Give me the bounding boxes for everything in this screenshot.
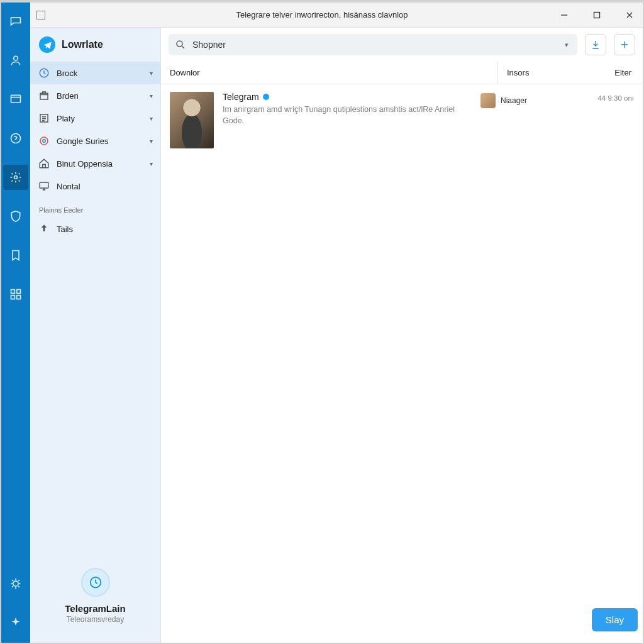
col-insors[interactable]: Insors — [498, 62, 592, 84]
home-icon — [38, 157, 50, 170]
sidebar-header: Lowrlate — [30, 28, 160, 62]
sidebar: Lowrlate Brock▾Brden▾Platy▾Gongle Suries… — [30, 28, 161, 643]
chevron-down-icon: ▾ — [150, 160, 153, 167]
svg-point-3 — [14, 176, 18, 179]
sidebar-item-label: Brden — [57, 91, 79, 101]
svg-rect-11 — [40, 93, 48, 99]
column-headers: Downlor Insors Elter — [161, 62, 643, 84]
svg-rect-5 — [17, 290, 21, 294]
bug-icon[interactable] — [3, 571, 28, 596]
svg-rect-9 — [594, 12, 600, 18]
minimize-button[interactable] — [556, 7, 572, 23]
svg-point-0 — [14, 56, 18, 60]
row-time: 44 9:30 onı — [584, 92, 634, 102]
search-icon — [175, 39, 186, 50]
sidebar-item-label: Binut Oppensia — [57, 159, 113, 169]
sidebar-item-platy[interactable]: Platy▾ — [30, 107, 160, 130]
result-row[interactable]: TelegramIm anirgram amd wriçh Tunagn qut… — [161, 84, 643, 156]
chevron-down-icon: ▾ — [150, 70, 153, 77]
svg-rect-6 — [11, 296, 15, 299]
sidebar-section-label: Plainns Eecler — [30, 197, 160, 218]
svg-point-14 — [43, 140, 46, 143]
sidebar-item-gongle-suries[interactable]: Gongle Suries▾ — [30, 130, 160, 152]
shield-icon[interactable] — [3, 204, 28, 229]
sidebar-item-label: Platy — [57, 114, 75, 123]
svg-rect-1 — [11, 95, 21, 103]
add-button[interactable] — [614, 34, 635, 55]
clock-icon — [38, 67, 50, 79]
chat-icon[interactable] — [3, 9, 28, 34]
svg-point-2 — [11, 134, 21, 143]
content-area: ▾ Downlor Insors Elter TelegramIm anirgr… — [161, 28, 643, 643]
sidebar-title: Lowrlate — [62, 39, 103, 50]
svg-point-13 — [40, 137, 48, 145]
svg-point-17 — [177, 41, 182, 47]
row-title: Telegram — [223, 92, 259, 102]
chevron-down-icon: ▾ — [150, 92, 153, 99]
sidebar-item-brden[interactable]: Brden▾ — [30, 84, 160, 107]
sidebar-item-binut-oppensia[interactable]: Binut Oppensia▾ — [30, 152, 160, 175]
profile-icon[interactable] — [3, 48, 28, 73]
sidebar-item-label: Tails — [57, 225, 73, 234]
sidebar-item-nontal[interactable]: Nontal — [30, 175, 160, 197]
svg-rect-7 — [17, 296, 21, 299]
chevron-down-icon: ▾ — [150, 138, 153, 145]
sidebar-item-tails[interactable]: Tails — [30, 218, 160, 240]
col-etter[interactable]: Elter — [592, 62, 643, 84]
footer-logo-icon — [81, 568, 110, 597]
sidebar-item-label: Brock — [57, 69, 77, 78]
chevron-down-icon[interactable]: ▾ — [562, 41, 571, 49]
google-icon — [38, 135, 50, 147]
titlebar: Telegrare telver inworirecton, hisänass … — [30, 3, 643, 28]
search-input[interactable] — [192, 40, 562, 50]
bookmark-icon[interactable] — [3, 243, 28, 268]
verified-badge-icon — [263, 94, 269, 100]
footer-sub: Teleoramsvreday — [36, 615, 154, 624]
telegram-icon — [39, 36, 55, 53]
sparkle-icon[interactable] — [3, 610, 28, 635]
close-button[interactable] — [621, 7, 638, 23]
thumbnail — [170, 92, 214, 148]
sidebar-item-label: Nontal — [57, 182, 80, 191]
app-menu-icon[interactable] — [36, 11, 45, 19]
search-box[interactable]: ▾ — [169, 34, 577, 55]
help-icon[interactable] — [3, 126, 28, 151]
svg-point-8 — [13, 581, 18, 586]
box-icon — [38, 89, 50, 102]
toolbar: ▾ — [161, 28, 643, 62]
col-downlor[interactable]: Downlor — [161, 62, 498, 84]
grid-icon[interactable] — [3, 282, 28, 307]
sidebar-item-label: Gongle Suries — [57, 136, 108, 146]
download-button[interactable] — [585, 34, 606, 55]
list-icon — [38, 112, 50, 125]
browser-icon[interactable] — [3, 87, 28, 112]
maximize-button[interactable] — [589, 7, 605, 23]
chevron-down-icon: ▾ — [150, 115, 153, 122]
primary-action-button[interactable]: Slay — [592, 608, 638, 631]
svg-rect-15 — [40, 182, 48, 188]
row-description: Im anirgram amd wriçh Tunagn qutiplestio… — [223, 104, 472, 126]
sidebar-footer: TelegramLain Teleoramsvreday — [30, 555, 160, 643]
settings-icon[interactable] — [3, 165, 28, 190]
sidebar-item-brock[interactable]: Brock▾ — [30, 62, 160, 84]
author-avatar — [480, 93, 496, 108]
activity-rail — [1, 3, 30, 643]
svg-rect-4 — [11, 290, 15, 294]
author-name: Niaager — [501, 96, 527, 105]
footer-name: TelegramLain — [36, 603, 154, 614]
window-title: Telegrare telver inworirecton, hisänass … — [236, 10, 408, 19]
monitor-icon — [38, 180, 50, 192]
upload-icon — [38, 223, 50, 235]
